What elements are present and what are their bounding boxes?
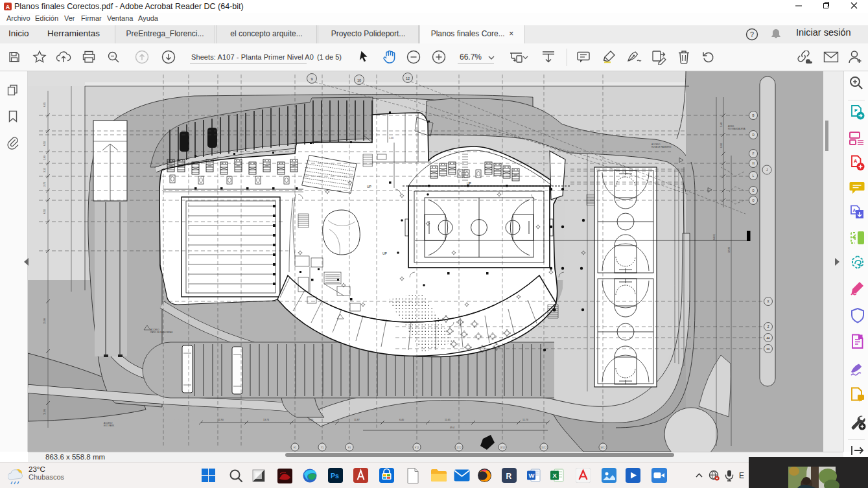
svg-text:9: 9 (311, 77, 312, 81)
svg-text:3.15: 3.15 (43, 168, 46, 172)
svg-text:2.70: 2.70 (43, 182, 46, 187)
svg-text:Ps: Ps (331, 472, 339, 480)
svg-text:A: A (854, 158, 858, 164)
svg-text:O: O (752, 189, 755, 192)
svg-text:15.96: 15.96 (43, 318, 46, 324)
svg-text:9'12: 9'12 (415, 447, 419, 449)
svg-text:7'1: 7'1 (321, 447, 324, 449)
svg-text:13'12: 13'12 (500, 447, 505, 449)
svg-text:32.86: 32.86 (728, 247, 731, 253)
svg-text:18'12: 18'12 (600, 447, 605, 449)
svg-text:11.87: 11.87 (354, 419, 360, 421)
svg-text:6.40: 6.40 (399, 419, 404, 421)
svg-text:AA: AA (767, 337, 770, 340)
svg-text:6.90: 6.90 (720, 143, 723, 148)
svg-text:15'12: 15'12 (541, 447, 546, 449)
svg-text:F: F (753, 152, 755, 156)
svg-text:6.50: 6.50 (43, 209, 46, 214)
svg-text:5.48: 5.48 (720, 122, 723, 127)
svg-text:9'1: 9'1 (294, 447, 297, 449)
svg-text:W: W (529, 472, 535, 479)
svg-text:12: 12 (406, 76, 410, 80)
svg-text:EST. PARK: EST. PARK (104, 424, 115, 427)
svg-text:Q: Q (752, 199, 755, 202)
svg-text:BB: BB (767, 348, 770, 351)
svg-text:13.74: 13.74 (263, 419, 269, 421)
svg-text:2.69: 2.69 (43, 156, 46, 160)
svg-text:X: X (767, 300, 769, 303)
svg-text:RUTA DE HAMBERG: RUTA DE HAMBERG (651, 146, 672, 148)
svg-text:J: J (766, 168, 768, 172)
svg-text:10: 10 (357, 78, 361, 82)
svg-text:?: ? (750, 30, 754, 38)
svg-text:R: R (506, 472, 512, 481)
svg-text:RIO MAGDALENA: RIO MAGDALENA (728, 128, 745, 130)
svg-text:UP: UP (367, 185, 372, 189)
svg-text:11.84: 11.84 (43, 409, 46, 415)
svg-text:H: H (752, 162, 754, 165)
svg-text:A: A (853, 208, 856, 213)
svg-text:X: X (553, 472, 557, 479)
svg-text:P: P (854, 108, 858, 113)
svg-text:11.65: 11.65 (445, 419, 451, 421)
svg-text:UP: UP (382, 251, 388, 255)
svg-text:6.95: 6.95 (43, 102, 46, 107)
svg-text:Z: Z (768, 325, 769, 329)
svg-text:6.50: 6.50 (43, 141, 46, 146)
svg-text:49.4: 49.4 (450, 426, 454, 429)
svg-text:A: A (6, 4, 10, 10)
svg-text:PATIO DE MANIOBRAS: PATIO DE MANIOBRAS (150, 331, 172, 334)
svg-text:B: B (752, 114, 754, 117)
svg-text:9.60: 9.60 (309, 419, 313, 421)
svg-text:1.00: 1.00 (389, 137, 393, 139)
svg-text:11'12: 11'12 (456, 447, 462, 449)
svg-text:11.73: 11.73 (522, 419, 528, 421)
svg-text:64.61: 64.61 (713, 234, 716, 240)
svg-text:9'1: 9'1 (348, 447, 351, 449)
svg-text:11.90: 11.90 (218, 419, 224, 421)
